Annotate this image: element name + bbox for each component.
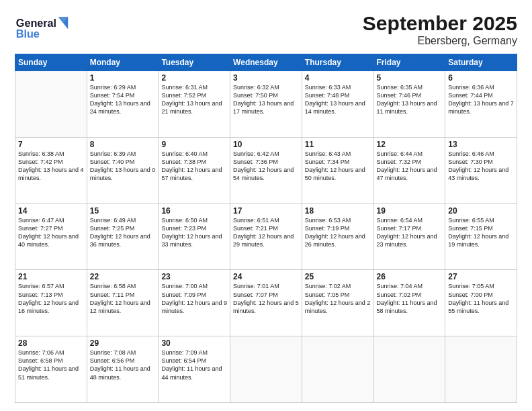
- table-row: 26Sunrise: 7:04 AM Sunset: 7:02 PM Dayli…: [373, 270, 445, 336]
- table-row: 21Sunrise: 6:57 AM Sunset: 7:13 PM Dayli…: [15, 270, 87, 336]
- title-block: September 2025 Ebersberg, Germany: [363, 12, 517, 47]
- day-number: 13: [448, 140, 514, 149]
- day-number: 1: [90, 73, 156, 83]
- header: General Blue September 2025 Ebersberg, G…: [15, 12, 517, 47]
- table-row: 6Sunrise: 6:36 AM Sunset: 7:44 PM Daylig…: [445, 71, 517, 138]
- calendar-week-row: 7Sunrise: 6:38 AM Sunset: 7:42 PM Daylig…: [15, 137, 517, 203]
- day-info: Sunrise: 7:06 AM Sunset: 6:58 PM Dayligh…: [18, 349, 84, 381]
- col-tuesday: Tuesday: [159, 54, 230, 71]
- calendar-week-row: 21Sunrise: 6:57 AM Sunset: 7:13 PM Dayli…: [15, 270, 517, 336]
- day-info: Sunrise: 6:29 AM Sunset: 7:54 PM Dayligh…: [90, 83, 156, 116]
- calendar-table: Sunday Monday Tuesday Wednesday Thursday…: [15, 54, 517, 403]
- day-info: Sunrise: 7:05 AM Sunset: 7:00 PM Dayligh…: [448, 282, 514, 315]
- day-number: 29: [90, 338, 156, 348]
- table-row: 23Sunrise: 7:00 AM Sunset: 7:09 PM Dayli…: [159, 270, 230, 336]
- table-row: 29Sunrise: 7:08 AM Sunset: 6:56 PM Dayli…: [87, 336, 159, 403]
- day-number: 21: [18, 272, 84, 281]
- table-row: [230, 336, 302, 403]
- col-saturday: Saturday: [445, 54, 517, 71]
- day-info: Sunrise: 6:55 AM Sunset: 7:15 PM Dayligh…: [448, 216, 514, 249]
- table-row: 3Sunrise: 6:32 AM Sunset: 7:50 PM Daylig…: [230, 71, 302, 138]
- table-row: 12Sunrise: 6:44 AM Sunset: 7:32 PM Dayli…: [373, 137, 445, 203]
- table-row: 16Sunrise: 6:50 AM Sunset: 7:23 PM Dayli…: [159, 203, 230, 270]
- day-number: 16: [161, 206, 227, 216]
- table-row: 5Sunrise: 6:35 AM Sunset: 7:46 PM Daylig…: [373, 71, 445, 138]
- day-info: Sunrise: 6:46 AM Sunset: 7:30 PM Dayligh…: [448, 150, 514, 183]
- day-info: Sunrise: 7:02 AM Sunset: 7:05 PM Dayligh…: [305, 282, 371, 315]
- day-info: Sunrise: 6:38 AM Sunset: 7:42 PM Dayligh…: [18, 150, 84, 183]
- day-number: 28: [18, 338, 84, 348]
- col-thursday: Thursday: [302, 54, 373, 71]
- day-info: Sunrise: 6:40 AM Sunset: 7:38 PM Dayligh…: [161, 150, 227, 183]
- day-number: 7: [18, 140, 84, 149]
- day-number: 11: [305, 140, 371, 149]
- table-row: 25Sunrise: 7:02 AM Sunset: 7:05 PM Dayli…: [302, 270, 373, 336]
- table-row: 19Sunrise: 6:54 AM Sunset: 7:17 PM Dayli…: [373, 203, 445, 270]
- table-row: [15, 71, 87, 138]
- table-row: 10Sunrise: 6:42 AM Sunset: 7:36 PM Dayli…: [230, 137, 302, 203]
- table-row: 22Sunrise: 6:58 AM Sunset: 7:11 PM Dayli…: [87, 270, 159, 336]
- day-info: Sunrise: 6:44 AM Sunset: 7:32 PM Dayligh…: [377, 150, 443, 183]
- day-number: 4: [305, 73, 371, 83]
- day-info: Sunrise: 6:33 AM Sunset: 7:48 PM Dayligh…: [305, 83, 371, 116]
- day-info: Sunrise: 6:47 AM Sunset: 7:27 PM Dayligh…: [18, 216, 84, 249]
- day-info: Sunrise: 7:00 AM Sunset: 7:09 PM Dayligh…: [161, 282, 227, 315]
- day-number: 27: [448, 272, 514, 281]
- table-row: 11Sunrise: 6:43 AM Sunset: 7:34 PM Dayli…: [302, 137, 373, 203]
- day-number: 2: [161, 73, 227, 83]
- day-number: 18: [305, 206, 371, 216]
- day-number: 5: [377, 73, 443, 83]
- day-info: Sunrise: 6:53 AM Sunset: 7:19 PM Dayligh…: [305, 216, 371, 249]
- day-info: Sunrise: 6:43 AM Sunset: 7:34 PM Dayligh…: [305, 150, 371, 183]
- table-row: 13Sunrise: 6:46 AM Sunset: 7:30 PM Dayli…: [445, 137, 517, 203]
- col-sunday: Sunday: [15, 54, 87, 71]
- table-row: 24Sunrise: 7:01 AM Sunset: 7:07 PM Dayli…: [230, 270, 302, 336]
- day-info: Sunrise: 6:35 AM Sunset: 7:46 PM Dayligh…: [377, 83, 443, 116]
- calendar-week-row: 14Sunrise: 6:47 AM Sunset: 7:27 PM Dayli…: [15, 203, 517, 270]
- day-info: Sunrise: 7:01 AM Sunset: 7:07 PM Dayligh…: [233, 282, 299, 315]
- col-wednesday: Wednesday: [230, 54, 302, 71]
- day-info: Sunrise: 7:08 AM Sunset: 6:56 PM Dayligh…: [90, 349, 156, 381]
- table-row: 20Sunrise: 6:55 AM Sunset: 7:15 PM Dayli…: [445, 203, 517, 270]
- table-row: 1Sunrise: 6:29 AM Sunset: 7:54 PM Daylig…: [87, 71, 159, 138]
- table-row: 28Sunrise: 7:06 AM Sunset: 6:58 PM Dayli…: [15, 336, 87, 403]
- calendar-week-row: 1Sunrise: 6:29 AM Sunset: 7:54 PM Daylig…: [15, 71, 517, 138]
- day-number: 24: [233, 272, 299, 281]
- day-info: Sunrise: 6:49 AM Sunset: 7:25 PM Dayligh…: [90, 216, 156, 249]
- svg-text:General: General: [16, 17, 56, 29]
- table-row: 7Sunrise: 6:38 AM Sunset: 7:42 PM Daylig…: [15, 137, 87, 203]
- day-number: 25: [305, 272, 371, 281]
- day-number: 12: [377, 140, 443, 149]
- day-number: 19: [377, 206, 443, 216]
- day-number: 14: [18, 206, 84, 216]
- day-number: 22: [90, 272, 156, 281]
- calendar-title: September 2025: [363, 12, 517, 35]
- page: General Blue September 2025 Ebersberg, G…: [0, 0, 532, 411]
- day-info: Sunrise: 6:57 AM Sunset: 7:13 PM Dayligh…: [18, 282, 84, 315]
- day-info: Sunrise: 6:51 AM Sunset: 7:21 PM Dayligh…: [233, 216, 299, 249]
- svg-text:Blue: Blue: [16, 28, 40, 40]
- day-number: 15: [90, 206, 156, 216]
- logo-svg: General Blue: [15, 12, 75, 42]
- table-row: 18Sunrise: 6:53 AM Sunset: 7:19 PM Dayli…: [302, 203, 373, 270]
- table-row: 27Sunrise: 7:05 AM Sunset: 7:00 PM Dayli…: [445, 270, 517, 336]
- table-row: 9Sunrise: 6:40 AM Sunset: 7:38 PM Daylig…: [159, 137, 230, 203]
- table-row: 15Sunrise: 6:49 AM Sunset: 7:25 PM Dayli…: [87, 203, 159, 270]
- table-row: [445, 336, 517, 403]
- day-info: Sunrise: 7:04 AM Sunset: 7:02 PM Dayligh…: [377, 282, 443, 315]
- day-info: Sunrise: 6:58 AM Sunset: 7:11 PM Dayligh…: [90, 282, 156, 315]
- day-number: 9: [161, 140, 227, 149]
- table-row: [302, 336, 373, 403]
- day-number: 6: [448, 73, 514, 83]
- calendar-subtitle: Ebersberg, Germany: [363, 35, 517, 47]
- table-row: [373, 336, 445, 403]
- day-number: 10: [233, 140, 299, 149]
- day-number: 8: [90, 140, 156, 149]
- day-info: Sunrise: 6:36 AM Sunset: 7:44 PM Dayligh…: [448, 83, 514, 116]
- day-number: 23: [161, 272, 227, 281]
- table-row: 2Sunrise: 6:31 AM Sunset: 7:52 PM Daylig…: [159, 71, 230, 138]
- day-number: 30: [161, 338, 227, 348]
- day-info: Sunrise: 6:42 AM Sunset: 7:36 PM Dayligh…: [233, 150, 299, 183]
- day-info: Sunrise: 6:31 AM Sunset: 7:52 PM Dayligh…: [161, 83, 227, 116]
- calendar-header-row: Sunday Monday Tuesday Wednesday Thursday…: [15, 54, 517, 71]
